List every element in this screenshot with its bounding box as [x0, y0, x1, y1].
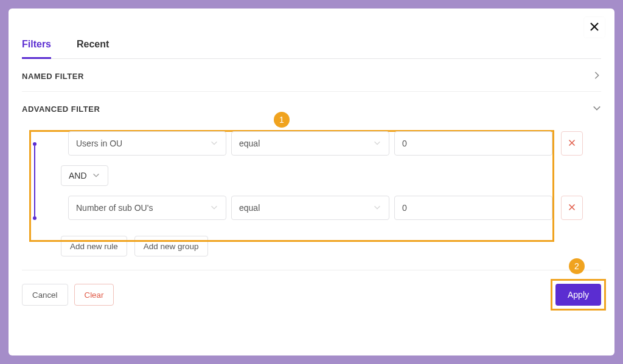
- filter-modal: Filters Recent NAMED FILTER ADVANCED FIL…: [9, 9, 614, 355]
- connector-line: [34, 146, 35, 216]
- advanced-filter-title: ADVANCED FILTER: [22, 105, 100, 114]
- rule-value-input[interactable]: 0: [394, 196, 552, 220]
- advanced-filter-section[interactable]: ADVANCED FILTER: [22, 92, 601, 124]
- rule-field-value: Users in OU: [76, 139, 122, 148]
- rule-op-value: equal: [239, 203, 260, 213]
- annotation-badge-1: 1: [274, 112, 290, 128]
- chevron-down-icon: [92, 171, 100, 181]
- add-rule-row: Add new rule Add new group: [22, 227, 601, 261]
- close-button[interactable]: [584, 17, 605, 38]
- chevron-down-icon: [373, 203, 381, 213]
- rule-field-value: Number of sub OU's: [76, 203, 153, 213]
- footer-left: Cancel Clear: [22, 284, 114, 306]
- tab-recent[interactable]: Recent: [77, 35, 109, 59]
- apply-button[interactable]: Apply: [555, 284, 601, 306]
- connector-dot-bottom: [33, 216, 37, 220]
- chevron-down-icon: [373, 139, 381, 149]
- modal-footer: Cancel Clear 2 Apply: [22, 270, 601, 306]
- rule-op-select[interactable]: equal: [231, 131, 389, 156]
- rule-field-select[interactable]: Number of sub OU's: [68, 196, 226, 220]
- chevron-right-icon: [593, 71, 601, 81]
- chevron-down-icon: [210, 203, 218, 213]
- named-filter-section[interactable]: NAMED FILTER: [22, 59, 601, 92]
- add-group-button[interactable]: Add new group: [134, 236, 208, 256]
- rule-op-value: equal: [239, 139, 260, 148]
- rule-op-select[interactable]: equal: [231, 196, 389, 220]
- close-icon: [590, 22, 599, 33]
- cancel-button[interactable]: Cancel: [22, 284, 68, 306]
- clear-button[interactable]: Clear: [74, 284, 114, 306]
- close-icon: [568, 139, 576, 148]
- chevron-down-icon: [210, 139, 218, 149]
- tab-filters[interactable]: Filters: [22, 35, 51, 59]
- chevron-down-icon: [593, 104, 601, 114]
- logic-op-value: AND: [69, 171, 87, 180]
- tabs: Filters Recent: [22, 35, 601, 59]
- logic-op-select[interactable]: AND: [61, 165, 108, 186]
- close-icon: [568, 204, 576, 213]
- rule-value: 0: [402, 139, 407, 148]
- annotation-badge-2: 2: [569, 258, 585, 274]
- named-filter-title: NAMED FILTER: [22, 72, 84, 81]
- rule-delete-button[interactable]: [561, 196, 583, 220]
- footer-right: 2 Apply: [555, 284, 601, 306]
- rule-value: 0: [402, 203, 407, 213]
- rule-row: Number of sub OU's equal 0: [68, 188, 601, 227]
- add-rule-button[interactable]: Add new rule: [61, 236, 127, 256]
- rule-delete-button[interactable]: [561, 131, 583, 156]
- rule-field-select[interactable]: Users in OU: [68, 131, 226, 156]
- rule-row: Users in OU equal 0: [68, 124, 601, 163]
- rule-value-input[interactable]: 0: [394, 131, 552, 156]
- logic-connector: AND: [68, 163, 601, 188]
- filter-body: Users in OU equal 0: [22, 124, 601, 227]
